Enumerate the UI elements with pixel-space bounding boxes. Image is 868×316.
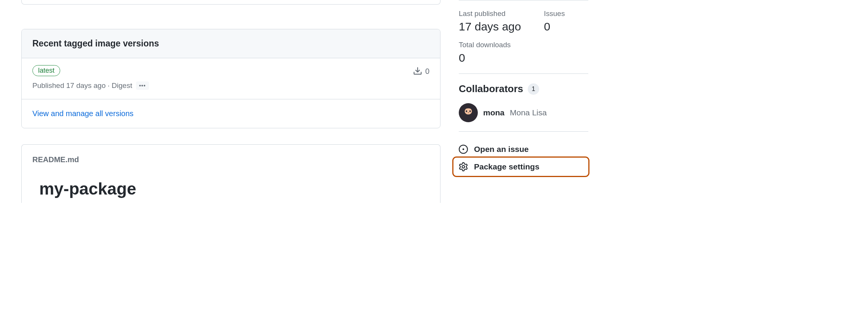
download-count-value: 0 [425, 67, 429, 76]
published-line: Published 17 days ago · Digest ••• [32, 81, 429, 90]
downloads-value: 0 [459, 51, 588, 64]
kebab-menu-icon[interactable]: ••• [136, 81, 149, 90]
sidebar: Last published 17 days ago Issues 0 Tota… [459, 0, 588, 203]
issues-value: 0 [544, 20, 565, 33]
readme-card: README.md my-package [21, 144, 440, 203]
previous-card-stub [21, 0, 440, 5]
package-settings-link[interactable]: Package settings [453, 158, 588, 176]
download-icon [413, 67, 422, 76]
downloads-stat: Total downloads 0 [459, 41, 588, 64]
last-published-value: 17 days ago [459, 20, 521, 33]
recent-versions-card: Recent tagged image versions 0 latest Pu… [21, 29, 440, 128]
collaborators-title: Collaborators [459, 83, 523, 95]
published-text: Published 17 days ago · Digest [32, 81, 132, 90]
collaborators-section: Collaborators 1 mona Mona Lisa [459, 73, 588, 131]
last-published-label: Last published [459, 10, 521, 18]
last-published-stat: Last published 17 days ago [459, 10, 521, 33]
download-count: 0 [413, 67, 429, 76]
open-issue-link[interactable]: Open an issue [459, 141, 588, 158]
readme-filename: README.md [32, 155, 429, 164]
issues-stat: Issues 0 [544, 10, 565, 33]
avatar-icon [461, 105, 476, 120]
downloads-label: Total downloads [459, 41, 588, 49]
stats-section: Last published 17 days ago Issues 0 Tota… [459, 0, 588, 73]
versions-card-footer: View and manage all versions [22, 99, 440, 128]
open-issue-label: Open an issue [474, 145, 529, 154]
recent-versions-header: Recent tagged image versions [22, 29, 440, 58]
svg-point-4 [468, 112, 469, 113]
actions-section: Open an issue Package settings [459, 131, 588, 185]
readme-title: my-package [32, 179, 429, 198]
version-tag-badge[interactable]: latest [32, 65, 60, 76]
svg-point-2 [466, 110, 467, 112]
collaborators-count-badge: 1 [528, 83, 539, 95]
gear-icon [459, 162, 468, 171]
collaborator-row[interactable]: mona Mona Lisa [459, 103, 588, 122]
svg-point-3 [469, 110, 471, 112]
version-row: 0 latest Published 17 days ago · Digest … [22, 58, 440, 99]
collaborator-username: mona [483, 108, 504, 117]
issue-opened-icon [459, 145, 468, 154]
collaborator-fullname: Mona Lisa [510, 108, 547, 117]
svg-point-1 [465, 108, 472, 115]
avatar[interactable] [459, 103, 478, 122]
issues-label: Issues [544, 10, 565, 18]
view-all-versions-link[interactable]: View and manage all versions [32, 109, 133, 118]
package-settings-label: Package settings [474, 162, 540, 171]
